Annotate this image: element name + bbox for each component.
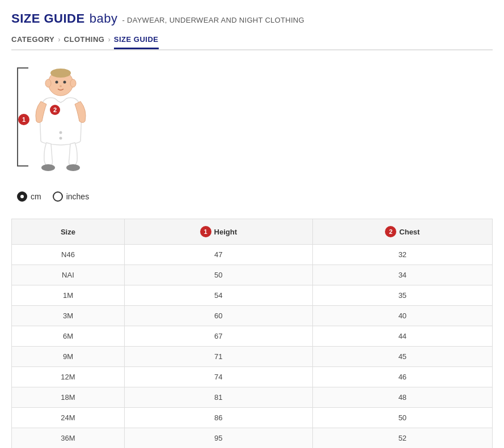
cell-size: 1M: [12, 285, 125, 306]
inches-option[interactable]: inches: [53, 191, 89, 202]
cell-size: N46: [12, 245, 125, 265]
table-row: N46 47 32: [12, 245, 493, 265]
cell-size: 3M: [12, 306, 125, 326]
cell-chest: 35: [312, 285, 492, 306]
cell-size: 36M: [12, 428, 125, 449]
cm-option[interactable]: cm: [17, 191, 41, 202]
cell-height: 81: [124, 387, 312, 408]
svg-point-12: [60, 137, 62, 140]
svg-text:2: 2: [53, 106, 57, 113]
cell-chest: 32: [312, 245, 492, 265]
cell-chest: 34: [312, 265, 492, 285]
table-row: 6M 67 44: [12, 326, 493, 347]
cell-chest: 48: [312, 387, 492, 408]
cell-chest: 40: [312, 306, 492, 326]
title-size-guide: SIZE GUIDE: [11, 11, 85, 26]
inches-radio[interactable]: [53, 191, 63, 202]
table-row: 1M 54 35: [12, 285, 493, 306]
table-row: 9M 71 45: [12, 347, 493, 367]
svg-point-11: [60, 131, 62, 134]
breadcrumb-sep-1: ›: [58, 35, 60, 49]
svg-point-9: [41, 164, 55, 171]
cell-chest: 52: [312, 428, 492, 449]
badge-1: 1: [18, 114, 29, 125]
baby-figure-container: 1 2: [17, 67, 96, 178]
cell-height: 54: [124, 285, 312, 306]
cell-height: 74: [124, 367, 312, 387]
col-header-chest: 2 Chest: [312, 219, 492, 245]
cell-chest: 44: [312, 326, 492, 347]
svg-point-6: [70, 79, 76, 87]
cm-label: cm: [31, 192, 41, 201]
cell-height: 86: [124, 408, 312, 428]
table-header-row: Size 1 Height 2 Chest: [12, 219, 493, 245]
cell-height: 67: [124, 326, 312, 347]
svg-point-2: [56, 81, 58, 84]
breadcrumb: CATEGORY › CLOTHING › SIZE GUIDE: [11, 35, 493, 50]
table-row: 36M 95 52: [12, 428, 493, 449]
cell-height: 60: [124, 306, 312, 326]
table-body: N46 47 32 NAI 50 34 1M 54 35 3M 60 40 6M…: [12, 245, 493, 449]
height-label: Height: [214, 228, 237, 236]
svg-point-5: [45, 79, 51, 87]
table-row: 18M 81 48: [12, 387, 493, 408]
col-header-size: Size: [12, 219, 125, 245]
cell-height: 71: [124, 347, 312, 367]
cell-height: 47: [124, 245, 312, 265]
svg-point-10: [66, 164, 80, 171]
title-baby: baby: [90, 11, 118, 26]
svg-point-3: [63, 81, 66, 84]
image-section: 1 2: [11, 67, 493, 178]
table-row: NAI 50 34: [12, 265, 493, 285]
unit-toggle: cm inches: [11, 191, 493, 202]
breadcrumb-clothing[interactable]: CLOTHING: [64, 35, 105, 49]
cell-size: NAI: [12, 265, 125, 285]
cell-size: 6M: [12, 326, 125, 347]
cell-chest: 45: [312, 347, 492, 367]
chest-label: Chest: [399, 228, 420, 236]
badge-1-marker: 1: [18, 114, 29, 125]
size-table: Size 1 Height 2 Chest N46 47: [11, 219, 493, 448]
cell-size: 12M: [12, 367, 125, 387]
cell-height: 95: [124, 428, 312, 449]
breadcrumb-size-guide[interactable]: SIZE GUIDE: [114, 35, 159, 49]
page-title: SIZE GUIDE baby - DAYWEAR, UNDERWEAR AND…: [11, 11, 493, 26]
baby-illustration: 2: [29, 67, 92, 172]
chest-badge: 2: [385, 226, 396, 237]
breadcrumb-sep-2: ›: [108, 35, 110, 49]
cell-chest: 50: [312, 408, 492, 428]
page-wrapper: SIZE GUIDE baby - DAYWEAR, UNDERWEAR AND…: [0, 0, 504, 448]
height-badge: 1: [200, 226, 211, 237]
col-header-height: 1 Height: [124, 219, 312, 245]
svg-point-4: [60, 86, 62, 87]
table-row: 3M 60 40: [12, 306, 493, 326]
table-row: 12M 74 46: [12, 367, 493, 387]
title-description: - DAYWEAR, UNDERWEAR AND NIGHT CLOTHING: [122, 16, 304, 24]
cell-chest: 46: [312, 367, 492, 387]
cell-size: 24M: [12, 408, 125, 428]
cell-height: 50: [124, 265, 312, 285]
cm-radio[interactable]: [17, 191, 27, 202]
inches-label: inches: [66, 192, 89, 201]
cell-size: 9M: [12, 347, 125, 367]
breadcrumb-category[interactable]: CATEGORY: [11, 35, 54, 49]
cell-size: 18M: [12, 387, 125, 408]
table-row: 24M 86 50: [12, 408, 493, 428]
svg-point-1: [50, 69, 71, 78]
